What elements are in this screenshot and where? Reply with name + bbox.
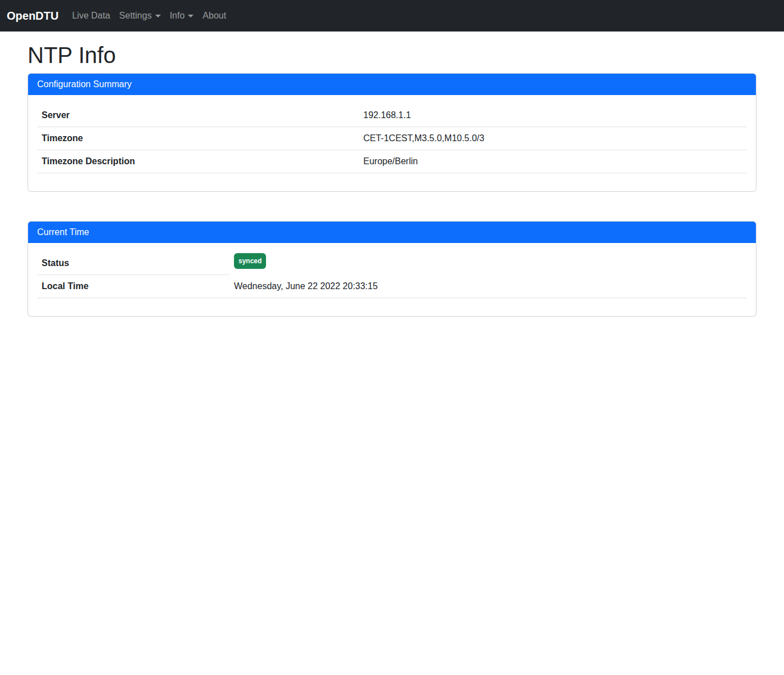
nav-item-about[interactable]: About (198, 6, 231, 25)
status-badge: synced (234, 253, 266, 269)
row-status-value: synced (229, 252, 747, 275)
row-local-time: Local Time Wednesday, June 22 2022 20:33… (37, 275, 747, 298)
configuration-summary-card-body: Server 192.168.1.1 Timezone CET-1CEST,M3… (28, 95, 756, 191)
nav-item-info-label: Info (170, 11, 185, 20)
page-title: NTP Info (28, 42, 756, 69)
row-status-label: Status (37, 252, 229, 275)
current-time-table: Status synced Local Time Wednesday, June… (37, 252, 747, 298)
configuration-summary-card: Configuration Summary Server 192.168.1.1… (28, 73, 756, 192)
main-content: NTP Info Configuration Summary Server 19… (21, 32, 763, 317)
row-timezone-description: Timezone Description Europe/Berlin (37, 150, 747, 173)
row-server-value: 192.168.1.1 (359, 104, 747, 127)
current-time-card-body: Status synced Local Time Wednesday, June… (28, 243, 756, 316)
row-timezone-value: CET-1CEST,M3.5.0,M10.5.0/3 (359, 127, 747, 150)
row-timezone-label: Timezone (37, 127, 359, 150)
row-timezone: Timezone CET-1CEST,M3.5.0,M10.5.0/3 (37, 127, 747, 150)
navbar: OpenDTU Live Data Settings Info About (0, 0, 784, 32)
current-time-card: Current Time Status synced Local Time We… (28, 221, 756, 317)
navbar-nav: Live Data Settings Info About (67, 6, 231, 25)
row-timezone-description-label: Timezone Description (37, 150, 359, 173)
row-server: Server 192.168.1.1 (37, 104, 747, 127)
nav-item-live-data[interactable]: Live Data (67, 6, 115, 25)
current-time-card-header: Current Time (28, 222, 756, 243)
navbar-brand[interactable]: OpenDTU (7, 7, 58, 25)
row-local-time-value: Wednesday, June 22 2022 20:33:15 (229, 275, 747, 298)
chevron-down-icon (155, 15, 161, 17)
row-status: Status synced (37, 252, 747, 275)
configuration-summary-table: Server 192.168.1.1 Timezone CET-1CEST,M3… (37, 104, 747, 173)
nav-item-info[interactable]: Info (165, 6, 199, 25)
chevron-down-icon (188, 15, 193, 17)
row-timezone-description-value: Europe/Berlin (359, 150, 747, 173)
row-server-label: Server (37, 104, 359, 127)
nav-item-settings-label: Settings (119, 11, 152, 20)
configuration-summary-card-header: Configuration Summary (28, 74, 756, 95)
row-local-time-label: Local Time (37, 275, 229, 298)
nav-item-settings[interactable]: Settings (115, 6, 165, 25)
